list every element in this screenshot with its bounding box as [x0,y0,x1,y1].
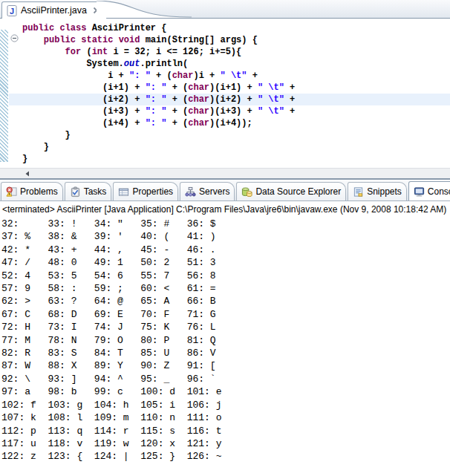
editor-horizontal-scrollbar[interactable] [0,168,450,178]
code-line: (i+1) + ": " + (char)(i+1) + " \t" + [10,82,450,94]
tab-label: Properties [132,186,173,197]
code-lines: public class AsciiPrinter { public stati… [10,22,450,165]
method-range-indicator [0,30,8,162]
code-line: for (int i = 32; i <= 126; i+=5){ [10,46,450,58]
tab-label: Console [428,186,450,197]
tab-label: Data Source Explorer [255,186,341,197]
tab-servers[interactable]: Servers [180,182,235,200]
code-line: (i+3) + ": " + (char)(i+3) + " \t" + [10,105,450,117]
code-line: } [10,141,450,153]
tab-curve-decoration [97,1,193,19]
console-output[interactable]: 32: 33: ! 34: " 35: # 36: $ 37: % 38: & … [1,218,450,463]
data-source-explorer-icon [241,186,252,198]
console-icon [414,186,425,198]
tab-problems[interactable]: Problems [1,182,63,200]
tab-label: Servers [199,186,229,197]
tab-label: Snippets [367,186,402,197]
tab-label: Problems [20,186,58,197]
editor-tab-label: AsciiPrinter.java [21,5,87,16]
tab-label: Tasks [84,186,107,197]
servers-icon [185,186,196,198]
tab-data-source-explorer[interactable]: Data Source Explorer [236,182,346,200]
console-view: <terminated> AsciiPrinter [Java Applicat… [0,201,450,476]
code-line: } [10,129,450,141]
snippets-icon [353,186,364,198]
code-line: (i+2) + ": " + (char)(i+2) + " \t" + [10,94,450,105]
tab-snippets[interactable]: Snippets [348,182,407,200]
code-line: } [10,153,450,165]
java-file-icon: J [7,5,17,16]
tab-console[interactable]: Console [408,181,450,201]
editor-tab-asciiprinter[interactable]: J AsciiPrinter.java [1,1,107,19]
problems-icon [6,186,17,198]
scroll-left-arrow-icon[interactable] [25,171,30,177]
code-line: public class AsciiPrinter { [10,22,450,34]
console-process-header: <terminated> AsciiPrinter [Java Applicat… [0,201,450,215]
code-editor[interactable]: public class AsciiPrinter { public stati… [0,19,450,168]
code-line: i + ": " + (char)i + " \t" + [10,70,450,82]
tab-tasks[interactable]: Tasks [65,182,112,200]
view-tab-bar: Problems Tasks Properties [0,180,450,201]
tab-properties[interactable]: Properties [113,182,178,200]
code-line: System.out.println( [10,58,450,70]
editor-tab-bar: J AsciiPrinter.java [0,0,450,19]
code-line: public static void main(String[] args) { [10,34,450,46]
properties-icon [118,186,129,198]
eclipse-window: J AsciiPrinter.java public class AsciiPr… [0,0,450,476]
svg-text:J: J [10,6,14,15]
tasks-icon [70,186,81,198]
code-line: (i+4) + ": " + (char)(i+4)); [10,117,450,129]
